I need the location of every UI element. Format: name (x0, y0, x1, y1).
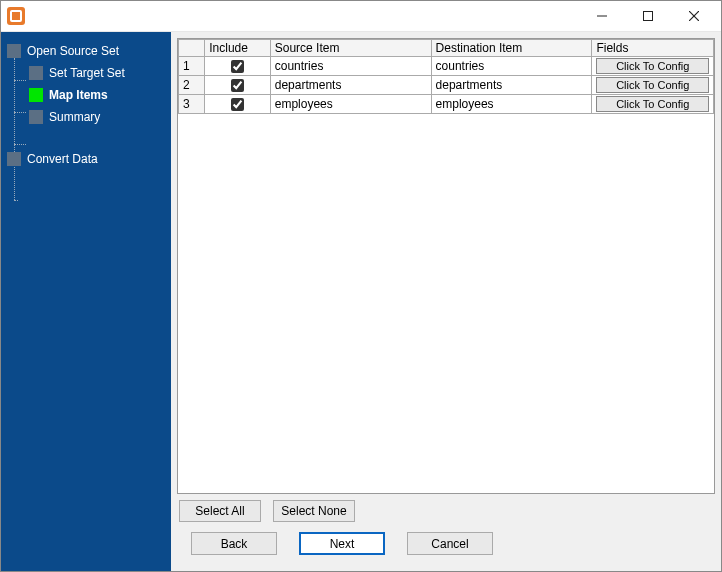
step-map-items[interactable]: Map Items (27, 84, 167, 106)
mapping-table-container: Include Source Item Destination Item Fie… (177, 38, 715, 494)
step-box-icon (7, 152, 21, 166)
include-checkbox[interactable] (231, 98, 244, 111)
step-label: Map Items (49, 88, 108, 102)
row-number: 1 (179, 57, 205, 76)
include-cell (205, 57, 271, 76)
destination-item-cell[interactable]: countries (431, 57, 592, 76)
wizard-steps-sidebar: Open Source Set Set Target Set Map Items… (1, 32, 171, 571)
step-label: Set Target Set (49, 66, 125, 80)
col-destination-item[interactable]: Destination Item (431, 40, 592, 57)
app-icon (7, 7, 25, 25)
next-button[interactable]: Next (299, 532, 385, 555)
main-panel: Include Source Item Destination Item Fie… (171, 32, 721, 571)
col-include[interactable]: Include (205, 40, 271, 57)
wizard-nav-buttons: Back Next Cancel (177, 528, 715, 565)
mapping-table: Include Source Item Destination Item Fie… (178, 39, 714, 114)
step-open-source-set[interactable]: Open Source Set (5, 40, 167, 62)
selection-buttons: Select All Select None (177, 494, 715, 528)
step-summary[interactable]: Summary (27, 106, 167, 128)
row-number: 2 (179, 76, 205, 95)
maximize-button[interactable] (625, 1, 671, 31)
include-cell (205, 76, 271, 95)
include-checkbox[interactable] (231, 79, 244, 92)
fields-cell: Click To Config (592, 57, 714, 76)
step-label: Summary (49, 110, 100, 124)
destination-item-cell[interactable]: employees (431, 95, 592, 114)
step-box-icon (29, 88, 43, 102)
minimize-button[interactable] (579, 1, 625, 31)
config-fields-button[interactable]: Click To Config (596, 77, 709, 93)
window-controls (579, 1, 717, 31)
include-checkbox[interactable] (231, 60, 244, 73)
step-label: Convert Data (27, 152, 98, 166)
step-set-target-set[interactable]: Set Target Set (27, 62, 167, 84)
back-button[interactable]: Back (191, 532, 277, 555)
fields-cell: Click To Config (592, 95, 714, 114)
select-all-button[interactable]: Select All (179, 500, 261, 522)
close-button[interactable] (671, 1, 717, 31)
table-row[interactable]: 2departmentsdepartmentsClick To Config (179, 76, 714, 95)
col-source-item[interactable]: Source Item (270, 40, 431, 57)
step-box-icon (7, 44, 21, 58)
svg-rect-1 (644, 12, 653, 21)
step-box-icon (29, 66, 43, 80)
source-item-cell[interactable]: countries (270, 57, 431, 76)
table-row[interactable]: 1countriescountriesClick To Config (179, 57, 714, 76)
cancel-button[interactable]: Cancel (407, 532, 493, 555)
config-fields-button[interactable]: Click To Config (596, 58, 709, 74)
step-label: Open Source Set (27, 44, 119, 58)
row-number: 3 (179, 95, 205, 114)
col-fields[interactable]: Fields (592, 40, 714, 57)
config-fields-button[interactable]: Click To Config (596, 96, 709, 112)
step-convert-data[interactable]: Convert Data (5, 148, 167, 170)
table-row[interactable]: 3employeesemployeesClick To Config (179, 95, 714, 114)
destination-item-cell[interactable]: departments (431, 76, 592, 95)
source-item-cell[interactable]: departments (270, 76, 431, 95)
source-item-cell[interactable]: employees (270, 95, 431, 114)
select-none-button[interactable]: Select None (273, 500, 355, 522)
include-cell (205, 95, 271, 114)
titlebar (1, 1, 721, 31)
col-rownum (179, 40, 205, 57)
fields-cell: Click To Config (592, 76, 714, 95)
step-box-icon (29, 110, 43, 124)
